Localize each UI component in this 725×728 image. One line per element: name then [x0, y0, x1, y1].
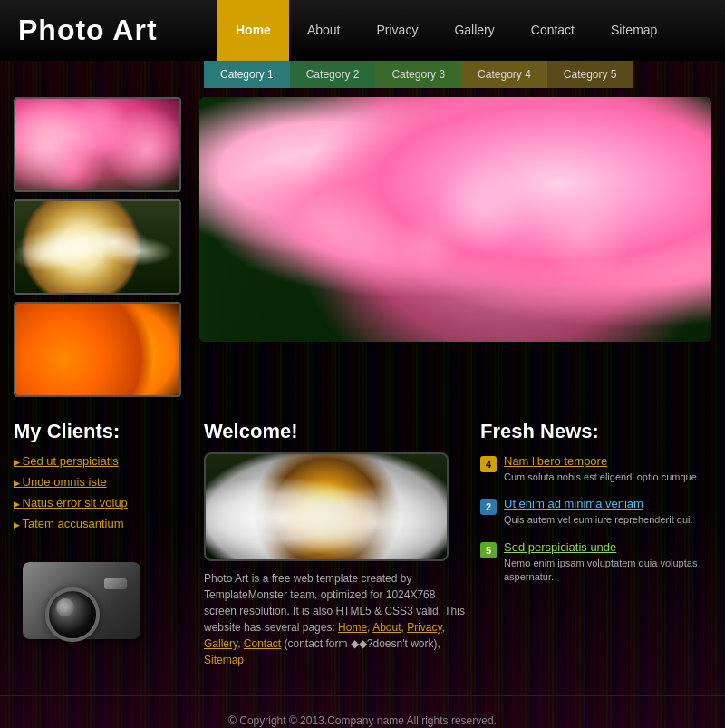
hero-image: [199, 97, 711, 342]
thumbnail-pink-flowers[interactable]: [14, 97, 181, 192]
nav-privacy[interactable]: Privacy: [359, 0, 437, 61]
thumbnail-orange-flowers[interactable]: [14, 302, 181, 397]
welcome-link-contact[interactable]: Contact: [244, 637, 281, 650]
welcome-link-about[interactable]: About: [372, 621, 401, 634]
category-1[interactable]: Category 1: [204, 61, 290, 88]
news-title-1[interactable]: Nam libero tempore: [504, 454, 700, 468]
main-nav: Home About Privacy Gallery Contact Sitem…: [218, 0, 675, 61]
camera-lens: [45, 587, 100, 642]
news-content-1: Nam libero tempore Cum soluta nobis est …: [504, 454, 700, 484]
news-desc-3: Nemo enim ipsam voluptatem quia voluptas…: [504, 557, 711, 585]
category-4[interactable]: Category 4: [461, 61, 547, 88]
news-desc-1: Cum soluta nobis est eligendi optio cumq…: [504, 471, 700, 484]
news-content-3: Sed perspiciatis unde Nemo enim ipsam vo…: [504, 540, 711, 585]
nav-about[interactable]: About: [289, 0, 359, 61]
camera-image: [14, 548, 159, 657]
category-2[interactable]: Category 2: [290, 61, 376, 88]
category-3[interactable]: Category 3: [375, 61, 461, 88]
news-badge-1: 4: [480, 456, 497, 472]
client-link-3[interactable]: Natus error sit volup: [14, 496, 190, 510]
site-title: Photo Art: [18, 14, 218, 47]
nav-sitemap[interactable]: Sitemap: [593, 0, 675, 61]
news-section: Fresh News: 4 Nam libero tempore Cum sol…: [480, 420, 711, 668]
client-link-4[interactable]: Tatem accusantium: [14, 517, 190, 530]
news-content-2: Ut enim ad minima veniam Quis autem vel …: [504, 497, 693, 527]
camera-body: [23, 562, 140, 639]
sidebar-thumbnails: [14, 97, 190, 397]
news-badge-2: 2: [480, 499, 497, 515]
client-link-1[interactable]: Sed ut perspiciatis: [14, 454, 190, 468]
clients-heading: My Clients:: [14, 420, 190, 443]
camera-flash: [104, 578, 127, 589]
category-5[interactable]: Category 5: [547, 61, 633, 88]
news-item-1: 4 Nam libero tempore Cum soluta nobis es…: [480, 454, 711, 484]
copyright-text: © Copyright © 2013.Company name All righ…: [228, 714, 497, 727]
clients-section: My Clients: Sed ut perspiciatis Unde omn…: [14, 420, 190, 668]
news-title-3[interactable]: Sed perspiciatis unde: [504, 540, 711, 554]
welcome-section: Welcome! Photo Art is a free web templat…: [204, 420, 467, 668]
category-bar: Category 1 Category 2 Category 3 Categor…: [204, 61, 725, 88]
welcome-link-sitemap[interactable]: Sitemap: [204, 654, 244, 666]
welcome-link-gallery[interactable]: Gallery: [204, 637, 237, 650]
news-item-2: 2 Ut enim ad minima veniam Quis autem ve…: [480, 497, 711, 527]
lower-section: My Clients: Sed ut perspiciatis Unde omn…: [0, 411, 725, 677]
welcome-text: Photo Art is a free web template created…: [204, 570, 467, 668]
news-badge-3: 5: [480, 542, 497, 558]
header: Photo Art Home About Privacy Gallery Con…: [0, 0, 725, 61]
news-title-2[interactable]: Ut enim ad minima veniam: [504, 497, 693, 510]
welcome-image: [204, 452, 449, 561]
welcome-heading: Welcome!: [204, 420, 467, 443]
welcome-link-home[interactable]: Home: [338, 621, 367, 634]
news-item-3: 5 Sed perspiciatis unde Nemo enim ipsam …: [480, 540, 711, 585]
news-desc-2: Quis autem vel eum iure reprehenderit qu…: [504, 513, 693, 527]
main-content: [0, 88, 725, 406]
news-heading: Fresh News:: [480, 420, 711, 443]
nav-gallery[interactable]: Gallery: [436, 0, 512, 61]
nav-contact[interactable]: Contact: [513, 0, 593, 61]
footer: © Copyright © 2013.Company name All righ…: [0, 695, 725, 728]
client-link-2[interactable]: Unde omnis iste: [14, 475, 190, 489]
nav-home[interactable]: Home: [218, 0, 289, 61]
thumbnail-white-flowers[interactable]: [14, 199, 181, 295]
welcome-link-privacy[interactable]: Privacy: [407, 621, 441, 634]
main-content-area: [199, 97, 711, 397]
